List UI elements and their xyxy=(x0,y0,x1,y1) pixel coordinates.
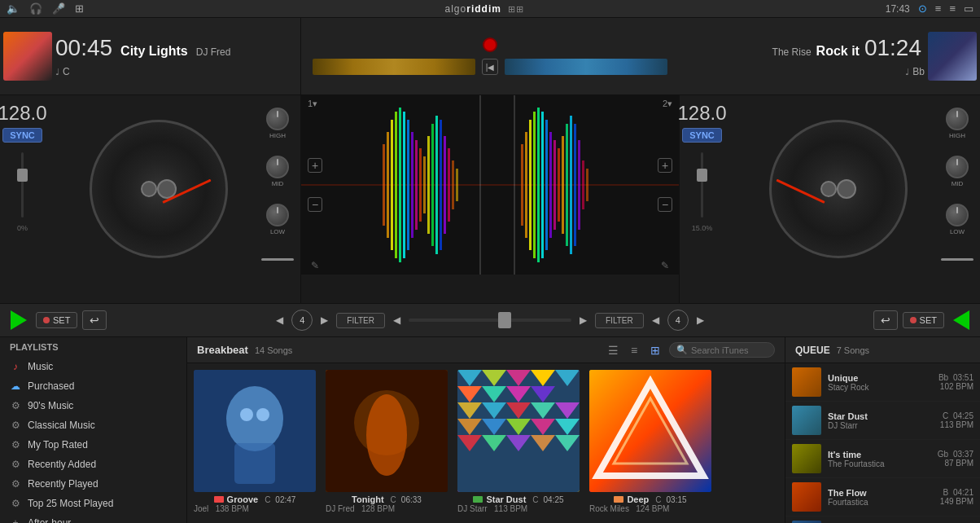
list-view-icon[interactable]: ☰ xyxy=(606,343,620,358)
right-play-button[interactable] xyxy=(949,308,973,332)
left-set-button[interactable]: SET xyxy=(36,312,77,328)
sidebar-item-recently-played[interactable]: ⚙ Recently Played xyxy=(0,474,186,494)
mic-icon[interactable]: 🎤 xyxy=(52,2,65,15)
left-loop-count[interactable]: 4 xyxy=(291,310,313,331)
right-sync-button[interactable]: SYNC xyxy=(682,128,722,143)
right-fader-thumb[interactable] xyxy=(697,169,707,182)
record-button[interactable] xyxy=(483,37,497,52)
svg-rect-12 xyxy=(423,156,426,213)
sidebar-item-recently-added[interactable]: ⚙ Recently Added xyxy=(0,455,186,474)
sidebar-item-music[interactable]: ♪ Music xyxy=(0,357,186,376)
left-zoom-out[interactable]: − xyxy=(308,197,322,212)
right-edit-icon[interactable]: ✎ xyxy=(661,260,669,271)
left-zoom-in[interactable]: + xyxy=(308,158,322,173)
right-undo-button[interactable]: ↩ xyxy=(873,310,898,330)
right-level-fader[interactable] xyxy=(701,152,703,218)
queue-item-flow[interactable]: The Flow Fourtastica B 04:21 149 BPM xyxy=(785,478,980,516)
left-edit-icon[interactable]: ✎ xyxy=(311,260,319,271)
left-level-fader[interactable] xyxy=(21,152,24,218)
stardust-q-bpm: 113 BPM xyxy=(940,420,973,429)
right-set-button[interactable]: SET xyxy=(903,312,944,328)
unique-bpm: 102 BPM xyxy=(940,382,973,391)
left-fader-thumb[interactable] xyxy=(17,169,28,182)
deep-title: Deep xyxy=(627,494,649,504)
right-turntable[interactable] xyxy=(769,120,908,258)
right-transport: ↩ SET xyxy=(811,308,973,332)
stardust-art-svg xyxy=(457,370,580,492)
queue-artist-itstime: The Fourtastica xyxy=(828,459,931,468)
tonight-time: 06:33 xyxy=(401,495,422,504)
queue-panel: QUEUE 7 Songs Unique Stacy Rock Bb 03:51… xyxy=(785,337,980,523)
right-next-button[interactable]: ▶ xyxy=(693,313,707,327)
grid-icon[interactable]: ⊞ xyxy=(75,2,84,15)
left-undo-button[interactable]: ↩ xyxy=(82,310,107,330)
svg-rect-16 xyxy=(440,120,442,250)
queue-item-unique[interactable]: Unique Stacy Rock Bb 03:51 102 BPM xyxy=(785,363,980,402)
cue-button[interactable]: |◀ xyxy=(482,59,498,75)
right-prev-button[interactable]: ◀ xyxy=(649,313,663,327)
svg-rect-19 xyxy=(452,160,454,209)
sidebar-item-top-rated[interactable]: ⚙ My Top Rated xyxy=(0,435,186,455)
left-sync-button[interactable]: SYNC xyxy=(2,128,42,143)
svg-rect-9 xyxy=(411,132,413,238)
right-track-time: 01:24 xyxy=(864,35,921,61)
right-zoom-in[interactable]: + xyxy=(658,158,672,173)
queue-item-stardust[interactable]: Star Dust DJ Starr C 04:25 113 BPM xyxy=(785,402,980,440)
sidebar-item-top25[interactable]: ⚙ Top 25 Most Played xyxy=(0,494,186,513)
svg-rect-23 xyxy=(529,120,532,250)
sidebar-item-after-hour[interactable]: + After-hour xyxy=(0,513,186,523)
deep-bpm: 124 BPM xyxy=(636,504,669,513)
left-filter-button[interactable]: FILTER xyxy=(336,313,385,328)
svg-rect-24 xyxy=(533,112,536,258)
crossfader-right-button[interactable]: ▶ xyxy=(576,313,590,327)
right-loop-count[interactable]: 4 xyxy=(667,310,689,331)
queue-item-groove-q[interactable]: Groove Joel C 02:47 138 BPM xyxy=(785,516,980,523)
crossfader-left-button[interactable]: ◀ xyxy=(390,313,404,327)
search-box[interactable]: 🔍 xyxy=(669,342,775,358)
left-eq-fader[interactable] xyxy=(261,258,294,261)
sidebar-item-90s[interactable]: ⚙ 90's Music xyxy=(0,396,186,415)
right-high-knob-group: HIGH xyxy=(946,108,969,139)
right-filter-button[interactable]: FILTER xyxy=(595,313,644,328)
sidebar-item-classical[interactable]: ⚙ Classical Music xyxy=(0,415,186,435)
left-transport: SET ↩ xyxy=(7,308,169,332)
left-high-knob[interactable] xyxy=(266,108,289,130)
headphones-icon[interactable]: 🎧 xyxy=(29,2,42,15)
groove-time: 02:47 xyxy=(275,495,295,504)
queue-info-flow: The Flow Fourtastica xyxy=(828,488,934,507)
left-next-button[interactable]: ▶ xyxy=(317,313,331,327)
svg-rect-28 xyxy=(549,132,552,238)
volume-icon[interactable]: 🔈 xyxy=(7,2,20,15)
itstime-key-time: Gb 03:37 xyxy=(938,450,973,459)
svg-rect-32 xyxy=(566,124,568,246)
grid-view-icon[interactable]: ⊞ xyxy=(648,343,663,358)
left-prev-button[interactable]: ◀ xyxy=(273,313,287,327)
left-turntable[interactable] xyxy=(90,120,228,258)
right-high-knob[interactable] xyxy=(946,108,969,130)
album-card-tonight[interactable]: Tonight C 06:33 DJ Fred 128 BPM xyxy=(326,370,448,513)
left-mid-knob[interactable] xyxy=(266,156,289,178)
queue-item-itstime[interactable]: It's time The Fourtastica Gb 03:37 87 BP… xyxy=(785,440,980,478)
crossfader-thumb[interactable] xyxy=(498,312,511,328)
album-card-deep[interactable]: Deep C 03:15 Rock Miles 124 BPM xyxy=(589,370,711,513)
search-input[interactable] xyxy=(691,345,768,355)
left-deck-info: 00:45 City Lights DJ Fred ♩ C xyxy=(0,18,301,94)
deep-color-bar xyxy=(614,496,623,503)
right-track-artist: The Rise xyxy=(772,46,812,58)
right-low-knob[interactable] xyxy=(946,204,969,226)
album-card-groove[interactable]: Groove C 02:47 Joel 138 BPM xyxy=(194,370,316,513)
left-low-knob[interactable] xyxy=(266,204,289,226)
top-bar-right: 17:43 ⊙ ≡ ≡ ▭ xyxy=(886,2,973,15)
deep-info-row: Deep C 03:15 xyxy=(614,494,686,504)
left-play-button[interactable] xyxy=(7,308,31,332)
queue-art-flow xyxy=(792,482,821,512)
svg-rect-25 xyxy=(537,108,540,262)
compact-view-icon[interactable]: ≡ xyxy=(627,343,641,358)
right-mid-knob[interactable] xyxy=(946,156,969,178)
album-card-stardust[interactable]: Star Dust C 04:25 DJ Starr 113 BPM xyxy=(457,370,580,513)
groove-title: Groove xyxy=(227,494,259,504)
right-eq-fader[interactable] xyxy=(941,258,973,261)
sidebar-item-purchased[interactable]: ☁ Purchased xyxy=(0,376,186,396)
crossfader-track[interactable] xyxy=(409,319,571,322)
right-zoom-out[interactable]: − xyxy=(658,197,672,212)
